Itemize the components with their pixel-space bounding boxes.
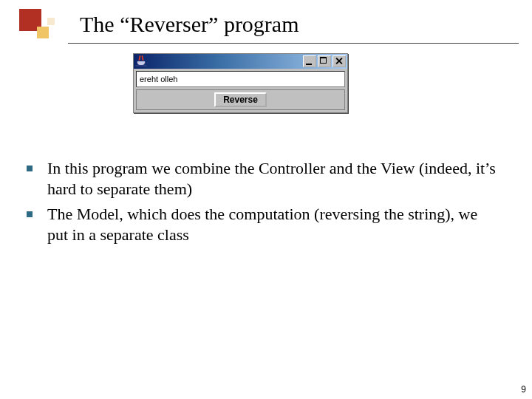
maximize-icon[interactable] — [318, 55, 331, 67]
bullet-text: The Model, which does the computation (r… — [47, 204, 499, 245]
close-icon[interactable] — [332, 55, 346, 67]
page-number: 9 — [521, 384, 526, 395]
reverse-button[interactable]: Reverse — [214, 92, 267, 107]
title-underline — [68, 43, 519, 44]
slide-title-block: The “Reverser” program — [0, 9, 532, 41]
bullet-icon — [27, 211, 33, 217]
reversed-text-field[interactable]: ereht olleh — [136, 71, 345, 87]
window-titlebar — [134, 54, 347, 69]
bullet-list: In this program we combine the Controlle… — [27, 158, 499, 250]
java-icon — [135, 55, 147, 67]
list-item: The Model, which does the computation (r… — [27, 204, 499, 245]
bullet-text: In this program we combine the Controlle… — [47, 158, 499, 200]
window-body: ereht olleh Reverse — [134, 69, 347, 112]
button-row: Reverse — [136, 89, 345, 110]
bullet-icon — [27, 166, 33, 171]
list-item: In this program we combine the Controlle… — [27, 158, 499, 200]
minimize-icon[interactable] — [303, 55, 316, 67]
slide-title: The “Reverser” program — [80, 12, 299, 37]
java-window: ereht olleh Reverse — [133, 53, 348, 113]
title-ornament — [19, 9, 68, 38]
